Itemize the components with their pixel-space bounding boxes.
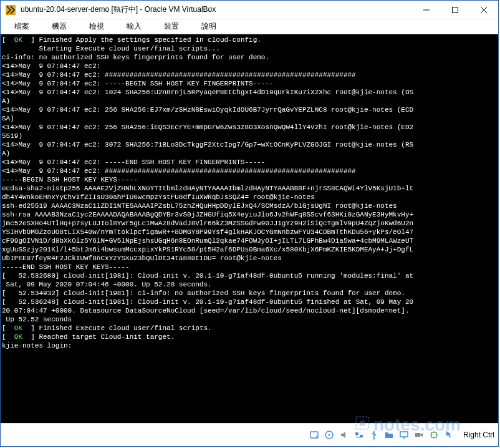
terminal-line: -----END SSH HOST KEY KEYS----- xyxy=(2,263,497,271)
terminal-line: -----BEGIN SSH HOST KEY KEYS----- xyxy=(2,175,497,184)
svg-rect-9 xyxy=(355,432,358,435)
terminal-line: <14>May 9 07:04:47 ec2: 256 SHA256:EJ7xm… xyxy=(2,105,497,114)
close-button[interactable] xyxy=(469,1,498,19)
statusbar: Right Ctrl xyxy=(1,423,498,446)
cpu-icon[interactable] xyxy=(428,429,440,441)
terminal-line: <14>May 9 07:04:47 ec2: -----BEGIN SSH H… xyxy=(2,79,497,88)
recording-icon[interactable] xyxy=(413,429,425,441)
terminal-line: A) xyxy=(2,149,497,158)
svg-rect-2 xyxy=(453,7,458,12)
terminal-line: ssh-ed25519 AAAAC3NzaC1lZDI1NTE5AAAAIPZs… xyxy=(2,202,497,210)
terminal-line: <14>May 9 07:04:47 ec2: xyxy=(2,62,497,71)
terminal-line: Sat, 09 May 2020 07:04:46 +0000. Up 52.2… xyxy=(2,280,497,289)
terminal-line: [ 52.536248] cloud-init[1981]: Cloud-ini… xyxy=(2,298,497,306)
terminal-line: kjie-notes login: xyxy=(2,341,497,350)
shared-folder-icon[interactable] xyxy=(383,429,395,441)
terminal-line: [ OK ] Finished Apply the settings speci… xyxy=(2,36,497,44)
virtualbox-window: ubuntu-20.04-server-demo [執行中] - Oracle … xyxy=(0,0,499,447)
menu-item[interactable]: 裝置 xyxy=(153,19,190,34)
display-icon[interactable] xyxy=(398,429,410,441)
svg-point-11 xyxy=(373,437,375,439)
terminal-line: [ OK ] Finished Execute cloud user/final… xyxy=(2,324,497,333)
minimize-button[interactable] xyxy=(412,1,441,19)
disk-icon[interactable] xyxy=(309,429,320,441)
mouse-capture-icon[interactable] xyxy=(443,429,454,441)
terminal-line: Starting Execute cloud user/final script… xyxy=(2,44,497,53)
titlebar: ubuntu-20.04-server-demo [執行中] - Oracle … xyxy=(1,1,498,19)
terminal-line: <14>May 9 07:04:47 ec2: ################… xyxy=(2,71,497,79)
window-controls xyxy=(412,1,498,19)
terminal-line: UbIPEE07feyR4F2JCkIUWf8nCxYzYSXu23bQUlDt… xyxy=(2,254,497,263)
terminal-line: ssh-rsa AAAAB3NzaC1yc2EAAAADAQABAAABgQDY… xyxy=(2,210,497,219)
terminal-line: [ OK ] Reached target Cloud-init target. xyxy=(2,333,497,341)
svg-rect-14 xyxy=(415,433,420,437)
svg-rect-15 xyxy=(431,432,436,437)
terminal-line: YSIHVbOMOZzoUO8tLIX540w/nYmTtoklpcfigawR… xyxy=(2,228,497,236)
terminal-line: ci-info: no authorized SSH keys fingerpr… xyxy=(2,53,497,62)
terminal-line: Up 52.52 seconds xyxy=(2,315,497,324)
menu-item[interactable]: 說明 xyxy=(190,19,228,34)
terminal-line: A) xyxy=(2,97,497,105)
optical-drive-icon[interactable] xyxy=(324,429,335,441)
usb-icon[interactable] xyxy=(368,429,380,441)
svg-point-6 xyxy=(316,436,317,437)
svg-rect-12 xyxy=(400,432,408,437)
terminal-line: SA) xyxy=(2,114,497,123)
menu-item[interactable]: 輸入 xyxy=(115,19,153,34)
terminal-console[interactable]: [ OK ] Finished Apply the settings speci… xyxy=(1,34,498,423)
terminal-line: <14>May 9 07:04:47 ec2: 256 SHA256:iEQS3… xyxy=(2,123,497,132)
audio-icon[interactable] xyxy=(339,429,350,441)
terminal-line: <14>May 9 07:04:47 ec2: ################… xyxy=(2,167,497,175)
terminal-line: <14>May 9 07:04:47 ec2: -----END SSH HOS… xyxy=(2,158,497,167)
terminal-line: 5519) xyxy=(2,132,497,140)
svg-point-8 xyxy=(328,434,330,436)
network-icon[interactable] xyxy=(353,429,365,441)
terminal-line: 20 07:04:47 +0000. Datasource DataSource… xyxy=(2,306,497,315)
menubar: 檔案機器檢視輸入裝置說明 xyxy=(1,19,498,34)
terminal-line: <14>May 9 07:04:47 ec2: 1024 SHA256:U2n8… xyxy=(2,88,497,97)
window-title: ubuntu-20.04-server-demo [執行中] - Oracle … xyxy=(21,4,412,15)
terminal-line: jmc52eSXHo4UTlHq+p7syLUJIol8YWr5gLc1MwAz… xyxy=(2,219,497,228)
terminal-line: dh4Y4WnkoEHnxYyChvIfZIIsU30ahPIU6wcmpzYs… xyxy=(2,193,497,202)
terminal-line: [ 52.534932] cloud-init[1981]: ci-info: … xyxy=(2,289,497,298)
menu-item[interactable]: 檢視 xyxy=(78,19,115,34)
menu-item[interactable]: 檔案 xyxy=(3,19,41,34)
terminal-line: cF99gOIVN1D/d8bXkOlz5Y6lN+GV5lNpEjshsUGq… xyxy=(2,236,497,245)
terminal-line: <14>May 9 07:04:47 ec2: 3072 SHA256:71BL… xyxy=(2,140,497,149)
terminal-line: [ 52.532680] cloud-init[1981]: Cloud-ini… xyxy=(2,271,497,280)
virtualbox-icon xyxy=(6,5,16,15)
host-key-indicator[interactable]: Right Ctrl xyxy=(463,431,494,439)
terminal-line: ecdsa-sha2-nistp256 AAAAE2VjZHNhLXNoYTIt… xyxy=(2,184,497,193)
terminal-line: xgUuSSzjy201Kl/l+5btJm6i4bwsumMccxpixYkP… xyxy=(2,245,497,254)
maximize-button[interactable] xyxy=(441,1,469,19)
menu-item[interactable]: 機器 xyxy=(41,19,78,34)
